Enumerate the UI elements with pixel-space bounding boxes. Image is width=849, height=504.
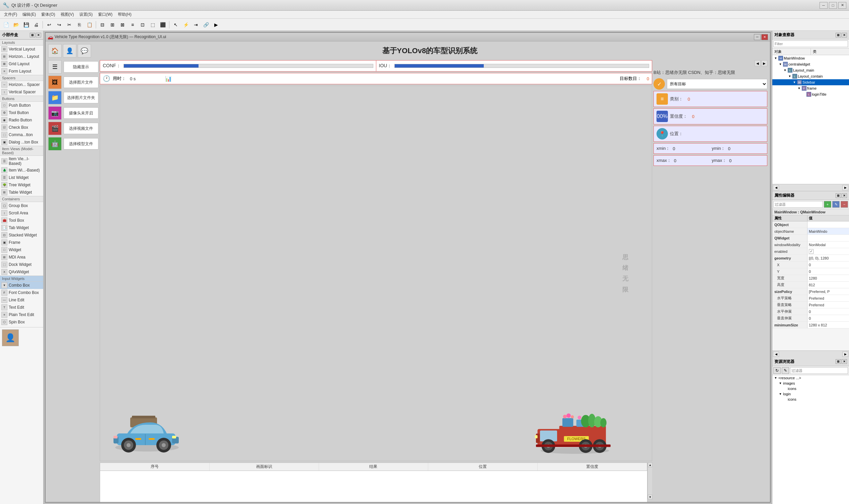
widget-combo-box[interactable]: ▼ Combo Box: [0, 282, 43, 289]
app-btn-home[interactable]: 🏠: [48, 44, 62, 57]
property-add-btn[interactable]: +: [824, 201, 831, 208]
toolbar-flayout[interactable]: ≡: [128, 20, 137, 29]
widget-horizontal-spacer[interactable]: ↔ Horizon... Spacer: [0, 81, 43, 88]
tree-nav-left[interactable]: ◀: [773, 185, 779, 190]
btn-camera[interactable]: 摄像头未开启: [64, 107, 99, 119]
maximize-button[interactable]: □: [829, 2, 837, 9]
designer-close[interactable]: ✕: [761, 34, 768, 40]
sidebar-icon-model[interactable]: 🤖: [48, 137, 62, 150]
btn-select-image[interactable]: 选择图片文件: [64, 77, 99, 88]
prop-row-y[interactable]: Y 0: [772, 268, 849, 275]
sidebar-icon-video[interactable]: 🎬: [48, 122, 62, 135]
widget-table-widget[interactable]: ⊞ Table Widget: [0, 188, 43, 196]
widget-form-layout[interactable]: ≡ Form Layout: [0, 68, 43, 75]
resource-browser-float[interactable]: ⊞: [836, 359, 841, 364]
widget-tab-widget[interactable]: 📑 Tab Widget: [0, 224, 43, 231]
prop-row-x[interactable]: X 0: [772, 262, 849, 268]
widget-tool-box[interactable]: 🧰 Tool Box: [0, 217, 43, 224]
resource-browser-close[interactable]: ✕: [842, 359, 847, 364]
toolbar-new[interactable]: 📄: [1, 20, 11, 29]
close-button[interactable]: ✕: [838, 2, 846, 9]
rb-tree-login[interactable]: ▼ login: [772, 391, 849, 397]
sidebar-icon-camera[interactable]: 📷: [48, 106, 62, 120]
prop-row-enabled[interactable]: enabled ✓: [772, 248, 849, 255]
widget-tree-view[interactable]: 🌲 Item Wi...-Based): [0, 166, 43, 174]
toolbar-undo[interactable]: ↩: [45, 20, 54, 29]
widget-stacked-widget[interactable]: ⊡ Stacked Widget: [0, 231, 43, 239]
prop-row-objectname[interactable]: objectName MainWindo: [772, 228, 849, 235]
menu-settings[interactable]: 设置(S): [77, 11, 96, 18]
menu-form[interactable]: 窗体(O): [38, 11, 57, 18]
widget-horizontal-layout[interactable]: ⊞ Horizon... Layout: [0, 53, 43, 60]
prop-row-vpolicy[interactable]: 垂直策略 Preferred: [772, 302, 849, 308]
widget-widget[interactable]: □ Widget: [0, 246, 43, 253]
widget-box-float[interactable]: ⊞: [30, 33, 35, 37]
section-layouts[interactable]: Layouts: [0, 39, 43, 46]
section-containers[interactable]: Containers: [0, 196, 43, 202]
minimize-button[interactable]: ─: [819, 2, 828, 9]
tree-mainwindow[interactable]: ▼ M MainWindow: [772, 55, 849, 61]
scroll-track[interactable]: [648, 467, 652, 494]
prop-row-windowmodality[interactable]: windowModality NonModal: [772, 241, 849, 248]
toolbar-save[interactable]: 💾: [21, 20, 31, 29]
scroll-up-arrow[interactable]: ▲: [648, 463, 653, 467]
widget-box-close[interactable]: ✕: [36, 33, 41, 37]
toolbar-copy[interactable]: ⎘: [75, 20, 84, 29]
widget-spin-box[interactable]: ⬡ Spin Box: [0, 318, 43, 326]
btn-select-folder[interactable]: 选择图片文件夹: [64, 92, 99, 103]
object-inspector-float[interactable]: ⊞: [836, 33, 841, 37]
toolbar-blayout[interactable]: ⊡: [138, 20, 147, 29]
widget-mdi-area[interactable]: ⊞ MDI Area: [0, 253, 43, 261]
target-select-dropdown[interactable]: 所有目标: [667, 79, 767, 89]
tree-nav-right[interactable]: ▶: [842, 185, 848, 190]
prop-row-height[interactable]: 高度 812: [772, 282, 849, 288]
menu-edit[interactable]: 编辑(E): [20, 11, 38, 18]
property-edit-btn[interactable]: ✎: [832, 201, 839, 208]
toolbar-alayout[interactable]: ⬛: [158, 20, 168, 29]
widget-group-box[interactable]: ▢ Group Box: [0, 202, 43, 209]
widget-grid-layout[interactable]: ⊠ Grid Layout: [0, 60, 43, 68]
btn-select-video[interactable]: 选择视频文件: [64, 123, 99, 134]
widget-frame[interactable]: ▣ Frame: [0, 239, 43, 246]
sidebar-icon-folder[interactable]: 📁: [48, 91, 62, 104]
property-editor-close[interactable]: ✕: [842, 193, 847, 198]
widget-plain-text-edit[interactable]: ≡ Plain Text Edit: [0, 311, 43, 318]
toolbar-cut[interactable]: ✂: [65, 20, 74, 29]
toolbar-clayout[interactable]: ⬚: [148, 20, 157, 29]
property-del-btn[interactable]: −: [841, 201, 848, 208]
tree-layout-main[interactable]: ▼ L Layout_main: [772, 67, 849, 73]
toolbar-taborder[interactable]: ⇥: [191, 20, 201, 29]
toolbar-print[interactable]: 🖨: [32, 20, 41, 29]
prop-enabled-checkbox[interactable]: ✓: [809, 249, 814, 254]
section-buttons[interactable]: Buttons: [0, 96, 43, 102]
toolbar-pointer[interactable]: ↖: [171, 20, 180, 29]
resource-browser-filter[interactable]: [790, 367, 848, 374]
toolbar-hlayout[interactable]: ⊟: [98, 20, 107, 29]
widget-font-combo-box[interactable]: F Font Combo Box: [0, 289, 43, 296]
rb-tree-images[interactable]: ▼ images: [772, 381, 849, 386]
widget-dialog-button-box[interactable]: ▣ Dialog ...ton Box: [0, 139, 43, 146]
tree-frame[interactable]: ▼ F frame: [772, 85, 849, 91]
table-scrollbar-v[interactable]: ▲ ▼: [647, 463, 652, 499]
toolbar-paste[interactable]: 📋: [85, 20, 94, 29]
toolbar-open[interactable]: 📂: [11, 20, 21, 29]
menu-view[interactable]: 视图(V): [58, 11, 77, 18]
conf-bar[interactable]: [123, 64, 373, 68]
toolbar-preview[interactable]: ▶: [211, 20, 221, 29]
rb-edit-btn[interactable]: ✎: [782, 367, 789, 374]
sidebar-icon-menu[interactable]: ☰: [48, 60, 62, 74]
property-filter-input[interactable]: [773, 201, 823, 208]
widget-vertical-spacer[interactable]: ↕ Vertical Spacer: [0, 88, 43, 96]
menu-help[interactable]: 帮助(H): [115, 11, 134, 18]
widget-tree-widget[interactable]: 🌳 Tree Widget: [0, 181, 43, 188]
prop-row-width[interactable]: 宽度 1280: [772, 275, 849, 282]
btn-hide-show[interactable]: 隐藏显示: [64, 61, 99, 73]
scroll-down-arrow[interactable]: ▼: [648, 494, 653, 499]
tree-sidebar[interactable]: ▼ W Sidebar: [772, 79, 849, 85]
menu-file[interactable]: 文件(F): [1, 11, 20, 18]
rb-tree-icons-login[interactable]: icons: [772, 397, 849, 402]
widget-command-button[interactable]: ⬚ Comma...tton: [0, 131, 43, 139]
prop-nav-left[interactable]: ◀: [773, 352, 779, 357]
widget-list-view[interactable]: ☰ Item Vie...I-Based): [0, 156, 43, 166]
widget-dock-widget[interactable]: ⬚ Dock Widget: [0, 261, 43, 268]
